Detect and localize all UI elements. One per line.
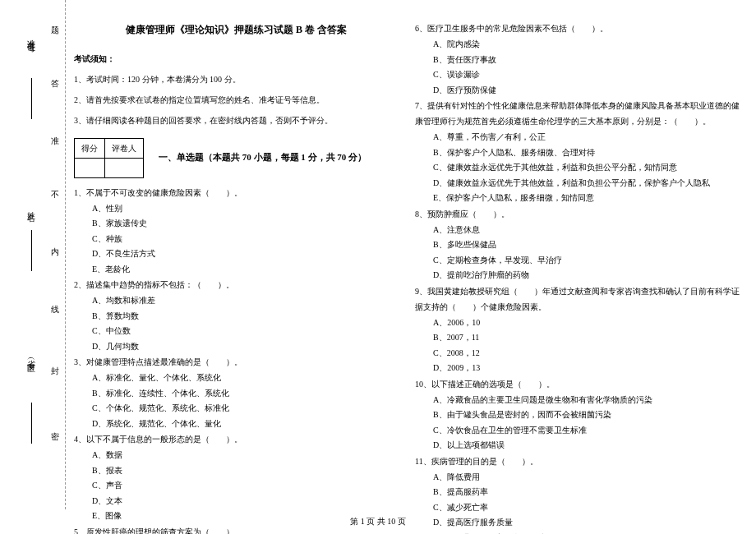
option: A、注意休息 [415,223,740,238]
name-label: 姓名 [25,205,36,209]
option: A、冷藏食品的主要卫生问题是微生物和有害化学物质的污染 [415,393,740,408]
question: 8、预防肿瘤应（ ）。 [415,206,740,222]
page-footer: 第 1 页 共 10 页 [0,516,756,527]
option: A、性别 [74,201,399,217]
notice-3: 3、请仔细阅读各种题目的回答要求，在密封线内答题，否则不予评分。 [74,113,399,128]
option: C、减少死亡率 [415,500,740,516]
option: C、2008，12 [415,346,740,361]
right-column: 6、医疗卫生服务中的常见危险因素不包括（ ）。A、院内感染B、责任医疗事故C、误… [415,21,740,534]
option: A、尊重，不伤害／有利，公正 [415,130,740,145]
right-questions: 6、医疗卫生服务中的常见危险因素不包括（ ）。A、院内感染B、责任医疗事故C、误… [415,21,740,534]
option: D、2009，13 [415,361,740,376]
seal-feng: 封 [51,366,59,377]
option: E、老龄化 [74,262,399,278]
score-row: 得分 评卷人 一、单选题（本题共 70 小题，每题 1 分，共 70 分） [74,133,399,182]
option: C、种族 [74,232,399,247]
question: 2、描述集中趋势的指标不包括：（ ）。 [74,277,399,292]
notice-1: 1、考试时间：120 分钟，本卷满分为 100 分。 [74,71,399,87]
binding-column: 准考证号 题 答 准 姓名 不 内 线 省（市区） 封 密 [0,0,66,509]
question: 1、不属于不可改变的健康危险因素（ ）。 [74,185,399,200]
score-h2: 评卷人 [105,138,144,158]
option: A、数据 [74,448,399,463]
province-line [31,403,32,444]
option: B、保护客户个人隐私、服务细微、合理对待 [415,145,740,161]
option: A、标准化、量化、个体化、系统化 [74,371,399,386]
notice-2: 2、请首先按要求在试卷的指定位置填写您的姓名、准考证号等信息。 [74,92,399,108]
option: B、提高服药率 [415,485,740,500]
option: C、声音 [74,478,399,494]
question: 6、医疗卫生服务中的常见危险因素不包括（ ）。 [415,21,740,36]
option: D、提前吃治疗肿瘤的药物 [415,268,740,283]
option: D、健康效益永远优先于其他效益，利益和负担公平分配，保护客户个人隐私 [415,176,740,191]
question: 9、我国黄建始教授研究组（ ）年通过文献查阅和专家咨询查找和确认了目前有科学证据… [415,283,740,315]
option: B、2007，11 [415,330,740,346]
option: B、责任医疗事故 [415,53,740,68]
seal-ti: 题 [51,25,59,36]
left-column: 健康管理师《理论知识》押题练习试题 B 卷 含答案 考试须知： 1、考试时间：1… [74,21,399,534]
option: E、降低费用，提高医疗服务质量 [415,531,740,535]
option: C、个体化、规范化、系统化、标准化 [74,401,399,417]
option: C、健康效益永远优先于其他效益，利益和负担公平分配，知情同意 [415,160,740,176]
left-questions: 1、不属于不可改变的健康危险因素（ ）。A、性别B、家族遗传史C、种族D、不良生… [74,185,399,534]
seal-xian: 线 [51,304,59,315]
notice-header: 考试须知： [74,51,399,67]
admission-label: 准考证号 [25,33,36,39]
score-cell1 [75,158,105,177]
score-cell2 [105,158,144,177]
score-h1: 得分 [75,138,105,158]
option: A、2006，10 [415,315,740,331]
option: C、定期检查身体，早发现、早治疗 [415,253,740,269]
option: D、不良生活方式 [74,246,399,262]
option: B、多吃些保健品 [415,237,740,253]
option: A、降低费用 [415,470,740,486]
option: B、报表 [74,463,399,479]
seal-da: 答 [51,78,59,90]
option: D、几何均数 [74,339,399,355]
province-label: 省（市区） [25,353,36,361]
option: B、算数均数 [74,309,399,325]
option: C、冷饮食品在卫生的管理不需要卫生标准 [415,423,740,439]
option: D、系统化、规范化、个体化、量化 [74,417,399,432]
option: D、医疗预防保健 [415,83,740,99]
option: D、文本 [74,494,399,509]
seal-mi: 密 [51,431,59,443]
seal-nei: 内 [51,246,59,258]
option: A、均数和标准差 [74,293,399,309]
option: A、院内感染 [415,37,740,53]
admission-line [31,78,32,119]
option: D、以上选项都错误 [415,438,740,453]
option: B、标准化、连续性、个体化、系统化 [74,386,399,402]
option: C、误诊漏诊 [415,67,740,83]
option: E、保护客户个人隐私，服务细微，知情同意 [415,191,740,206]
part-title: 一、单选题（本题共 70 小题，每题 1 分，共 70 分） [159,149,366,166]
name-line [31,230,32,271]
page-content: 健康管理师《理论知识》押题练习试题 B 卷 含答案 考试须知： 1、考试时间：1… [74,21,740,534]
option: B、由于罐头食品是密封的，因而不会被细菌污染 [415,407,740,423]
question: 10、以下描述正确的选项是（ ）。 [415,376,740,392]
question: 4、以下不属于信息的一般形态的是（ ）。 [74,431,399,447]
question: 7、提供有针对性的个性化健康信息来帮助群体降低本身的健康风险具备基本职业道德的健… [415,98,740,129]
seal-zhun: 准 [51,136,59,147]
option: B、家族遗传史 [74,216,399,232]
exam-title: 健康管理师《理论知识》押题练习试题 B 卷 含答案 [74,21,399,39]
question: 11、疾病管理的目的是（ ）。 [415,453,740,469]
question: 3、对健康管理特点描述最准确的是（ ）。 [74,354,399,370]
seal-bu: 不 [51,189,59,200]
option: C、中位数 [74,324,399,339]
score-table: 得分 评卷人 [74,138,144,178]
